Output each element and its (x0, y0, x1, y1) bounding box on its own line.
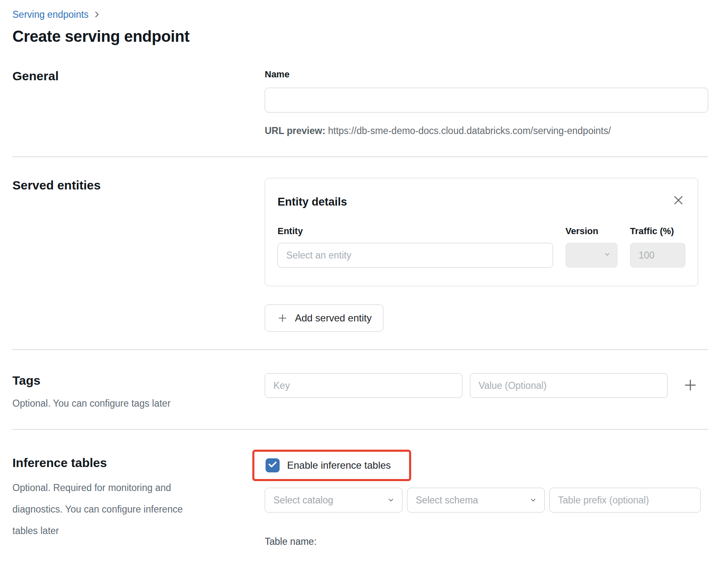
url-preview-label: URL preview: (265, 125, 326, 136)
inference-tables-heading: Inference tables (12, 455, 265, 470)
entity-select-input[interactable] (278, 243, 553, 268)
url-preview: URL preview: https://db-sme-demo-docs.cl… (265, 125, 708, 137)
url-preview-value: https://db-sme-demo-docs.cloud.databrick… (328, 125, 611, 136)
inference-tables-subtitle: Optional. Required for monitoring and di… (12, 477, 207, 541)
tag-value-input[interactable] (470, 373, 668, 398)
close-icon[interactable] (671, 193, 685, 207)
table-prefix-input[interactable] (549, 488, 701, 513)
tags-section: Tags Optional. You can configure tags la… (12, 350, 708, 410)
add-served-entity-button[interactable]: Add served entity (265, 304, 383, 332)
enable-inference-tables-label: Enable inference tables (287, 459, 391, 472)
name-input[interactable] (265, 88, 708, 113)
entity-label: Entity (278, 225, 553, 237)
plus-icon (277, 312, 288, 324)
inference-tables-fields: Enable inference tables Select catalog S… (265, 450, 708, 547)
entity-details-title: Entity details (278, 195, 685, 209)
chevron-right-icon (93, 10, 101, 19)
inference-table-config-row: Select catalog Select schema (265, 488, 708, 513)
tags-heading: Tags (12, 373, 265, 388)
version-label: Version (565, 225, 618, 237)
add-served-entity-label: Add served entity (295, 312, 371, 324)
traffic-label: Traffic (%) (630, 225, 685, 237)
enable-inference-tables-checkbox[interactable] (266, 458, 280, 472)
plus-icon (682, 377, 698, 394)
chevron-down-icon (604, 251, 611, 259)
breadcrumb-serving-endpoints-link[interactable]: Serving endpoints (12, 8, 89, 21)
general-heading: General (12, 69, 265, 84)
entity-details-card: Entity details Entity Version Traffic (%… (265, 178, 698, 286)
chevron-down-icon (387, 496, 395, 504)
create-serving-endpoint-page: Serving endpoints Create serving endpoin… (0, 0, 728, 547)
served-entities-heading: Served entities (12, 178, 265, 193)
select-schema-placeholder: Select schema (416, 495, 478, 506)
tags-subtitle: Optional. You can configure tags later (12, 397, 207, 410)
select-schema-dropdown[interactable]: Select schema (407, 488, 545, 513)
general-fields: Name URL preview: https://db-sme-demo-do… (265, 69, 708, 137)
tag-key-input[interactable] (265, 373, 462, 398)
served-entities-fields: Entity details Entity Version Traffic (%… (265, 178, 708, 332)
served-entities-section: Served entities Entity details Entity Ve… (12, 157, 708, 332)
select-catalog-dropdown[interactable]: Select catalog (265, 488, 402, 513)
entity-controls-row (278, 243, 685, 268)
name-label: Name (265, 69, 708, 80)
tags-fields (265, 373, 708, 398)
traffic-input (630, 243, 685, 268)
add-tag-button[interactable] (682, 377, 698, 394)
red-annotation-box: Enable inference tables (252, 450, 411, 481)
checkmark-icon (268, 460, 278, 471)
inference-tables-section: Inference tables Optional. Required for … (12, 430, 708, 547)
general-section: General Name URL preview: https://db-sme… (12, 69, 708, 137)
breadcrumb: Serving endpoints (12, 8, 708, 21)
page-title: Create serving endpoint (12, 27, 708, 46)
version-select (565, 243, 618, 268)
chevron-down-icon (529, 496, 537, 504)
select-catalog-placeholder: Select catalog (273, 495, 333, 506)
entity-labels-row: Entity Version Traffic (%) (278, 225, 685, 237)
table-name-label: Table name: (265, 536, 708, 547)
